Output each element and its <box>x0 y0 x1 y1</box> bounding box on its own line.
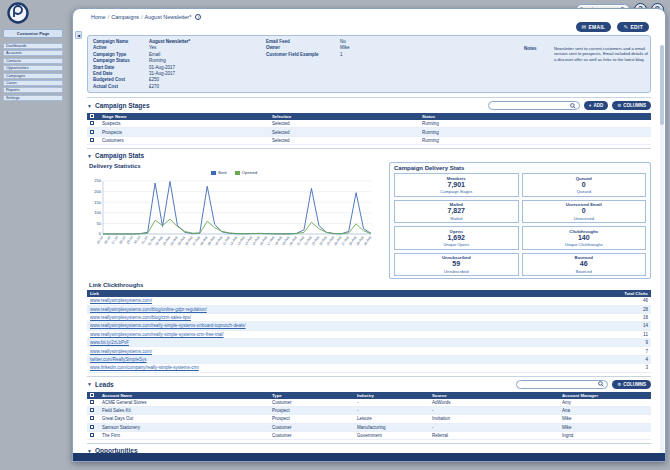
stat-link[interactable]: Mailed <box>395 216 518 221</box>
column-header[interactable]: Status <box>419 113 651 120</box>
table-row[interactable]: CustomersSelectedRunning <box>87 136 651 144</box>
row-checkbox[interactable] <box>90 400 94 404</box>
leads-search-input[interactable] <box>520 382 598 387</box>
add-button[interactable]: +ADD <box>584 101 608 110</box>
cell: Mike <box>559 415 651 423</box>
column-header[interactable]: Account Name <box>99 392 269 399</box>
table-row[interactable]: www.reallysimplesystems.com/7 <box>87 347 651 355</box>
chevron-down-icon[interactable]: ▼ <box>87 381 92 387</box>
link[interactable]: twitter.com/ReallySimpleSys <box>87 355 581 363</box>
column-header[interactable]: Total Clicks <box>581 290 651 297</box>
column-header[interactable]: Link <box>87 290 581 297</box>
row-checkbox[interactable] <box>90 416 94 420</box>
column-header[interactable]: Selection <box>269 113 419 120</box>
sidebar-nav: DashboardsAccountsContactsOpportunitiesC… <box>3 43 63 101</box>
gear-icon: ⚙ <box>617 382 621 387</box>
cell: Customer <box>269 423 354 431</box>
link[interactable]: www.reallysimplesystems.com/ <box>87 297 581 305</box>
column-header[interactable]: Industry <box>354 392 429 399</box>
table-row[interactable]: www.reallysimplesystems.com/blog/online-… <box>87 305 651 313</box>
stat-link[interactable]: Unique Opens <box>395 242 518 247</box>
stat-link[interactable]: Unreceived <box>523 216 646 221</box>
columns-button[interactable]: ⚙COLUMNS <box>612 380 651 389</box>
legend-item: Sent <box>211 170 227 175</box>
row-checkbox[interactable] <box>90 130 94 134</box>
table-row[interactable]: www.reallysimplesystems.com/really-simpl… <box>87 330 651 338</box>
link[interactable]: www.reallysimplesystems.com/really-simpl… <box>87 322 581 330</box>
row-checkbox[interactable] <box>90 121 94 125</box>
link[interactable]: www.linkedin.com/company/really-simple-s… <box>87 364 581 372</box>
sidebar-top-button[interactable]: Customise Page <box>3 29 63 38</box>
stats-row: Delivery Statistics SentOpened 050100150… <box>87 162 651 279</box>
columns-button[interactable]: ⚙COLUMNS <box>612 101 651 110</box>
info-icon[interactable]: i <box>195 14 201 20</box>
stat-link[interactable]: Bounced <box>523 269 646 274</box>
app-logo[interactable] <box>7 2 29 24</box>
row-checkbox[interactable] <box>90 425 94 429</box>
table-row[interactable]: Field Sales KitProspect--Ana <box>87 406 651 414</box>
sidebar-item[interactable]: Settings <box>3 95 63 101</box>
column-header[interactable]: Type <box>269 392 354 399</box>
stages-search-input[interactable] <box>492 103 570 108</box>
stat-value: 1,692 <box>395 234 518 243</box>
cell: Selected <box>269 120 419 128</box>
cell: 3 <box>581 364 651 372</box>
breadcrumb-section[interactable]: Campaigns <box>111 14 139 20</box>
chevron-down-icon[interactable]: ▼ <box>87 153 92 159</box>
breadcrumb-home[interactable]: Home <box>91 14 106 20</box>
link[interactable]: www.reallysimplesystems.com/really-simpl… <box>87 330 581 338</box>
link[interactable]: www.bit.ly/2zLbPvF <box>87 339 581 347</box>
select-all-checkbox[interactable] <box>90 393 94 397</box>
column-header[interactable]: Stage Name <box>99 113 269 120</box>
table-row[interactable]: Samson StationeryCustomerManufacturing-M… <box>87 423 651 431</box>
row-checkbox[interactable] <box>90 138 94 142</box>
stat-link[interactable]: Unique Clickthroughs <box>523 242 646 247</box>
stages-search[interactable] <box>488 101 580 110</box>
sidebar-item[interactable]: Contacts <box>3 58 63 64</box>
stat-value: 0 <box>523 207 646 216</box>
stat-link[interactable]: Campaign Stages <box>395 189 518 194</box>
row-checkbox[interactable] <box>90 433 94 437</box>
stat-value: 7,827 <box>395 207 518 216</box>
table-row[interactable]: The FirmCustomerGovernmentReferralIngrid <box>87 432 651 440</box>
stat-link[interactable]: Queued <box>523 189 646 194</box>
table-row[interactable]: www.reallysimplesystems.com/really-simpl… <box>87 322 651 330</box>
stat-box: Members7,901Campaign Stages <box>394 173 519 197</box>
sidebar-item[interactable]: Opportunities <box>3 65 63 71</box>
table-row[interactable]: www.reallysimplesystems.com/46 <box>87 297 651 305</box>
column-header[interactable]: Account Manager <box>559 392 651 399</box>
edit-button[interactable]: ✎EDIT <box>617 22 649 32</box>
table-row[interactable]: www.bit.ly/2zLbPvF9 <box>87 339 651 347</box>
scrollbar-thumb[interactable] <box>660 45 664 125</box>
leads-search[interactable] <box>516 380 608 389</box>
link[interactable]: www.reallysimplesystems.com/ <box>87 347 581 355</box>
scrollbar[interactable] <box>660 45 664 455</box>
table-row[interactable]: Great Days OutProspectLeisureInvitationM… <box>87 415 651 423</box>
table-row[interactable]: SuspectsSelectedRunning <box>87 120 651 128</box>
stat-box: Clickthroughs140Unique Clickthroughs <box>522 226 647 250</box>
sidebar-item[interactable]: Accounts <box>3 50 63 56</box>
sidebar-item[interactable]: Cases <box>3 80 63 86</box>
legend-swatch <box>211 171 216 175</box>
sidebar-item[interactable]: Dashboards <box>3 43 63 49</box>
cell: Suspects <box>99 120 269 128</box>
sidebar-item[interactable]: Reports <box>3 87 63 93</box>
column-header[interactable]: Source <box>429 392 559 399</box>
sidebar-item[interactable]: Campaigns <box>3 73 63 79</box>
table-row[interactable]: ProspectsSelectedRunning <box>87 128 651 136</box>
cell: Customers <box>99 136 269 144</box>
link[interactable]: www.reallysimplesystems.com/blog/online-… <box>87 305 581 313</box>
table-row[interactable]: ACME General StoresCustomer-AdWordsAmy <box>87 399 651 407</box>
stat-value: 7,901 <box>395 181 518 190</box>
table-row[interactable]: twitter.com/ReallySimpleSys4 <box>87 355 651 363</box>
chevron-down-icon[interactable]: ▼ <box>87 103 92 109</box>
row-checkbox[interactable] <box>90 408 94 412</box>
select-all-checkbox[interactable] <box>90 114 94 118</box>
table-row[interactable]: www.linkedin.com/company/really-simple-s… <box>87 364 651 372</box>
stat-link[interactable]: Unsubscribed <box>395 269 518 274</box>
email-button[interactable]: ✉EMAIL <box>576 22 612 32</box>
link[interactable]: www.reallysimplesystems.com/blog/crm-sal… <box>87 313 581 321</box>
table-row[interactable]: www.reallysimplesystems.com/blog/crm-sal… <box>87 313 651 321</box>
cell: 28 <box>581 305 651 313</box>
section-title: Campaign Stages <box>95 102 150 109</box>
